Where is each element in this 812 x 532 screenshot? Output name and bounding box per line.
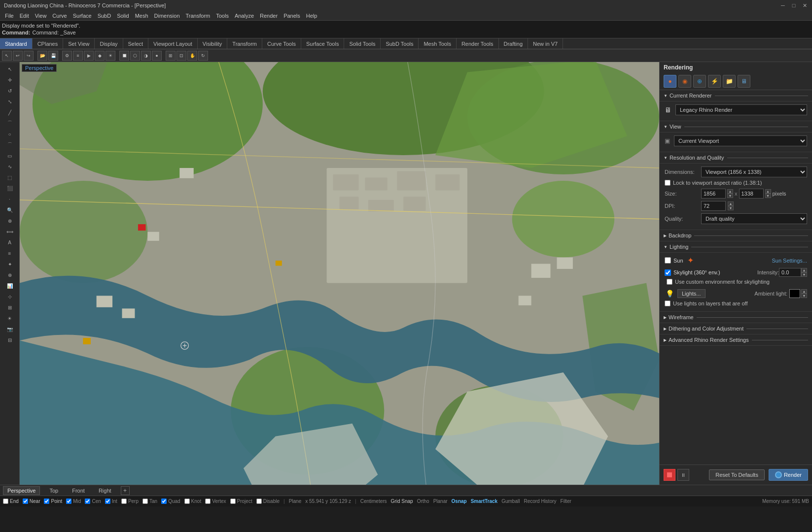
- viewport-shading[interactable]: 🔲: [119, 51, 129, 61]
- intensity-spinner[interactable]: ▲ ▼: [801, 268, 807, 277]
- resolution-header[interactable]: ▼ Resolution and Quality: [660, 152, 812, 164]
- width-up[interactable]: ▲: [727, 189, 733, 194]
- rotate-icon[interactable]: ↻: [198, 51, 208, 61]
- menu-help[interactable]: Help: [303, 11, 320, 20]
- tab-setview[interactable]: Set View: [63, 38, 95, 49]
- minimize-button[interactable]: ─: [779, 2, 786, 9]
- freeform-tool[interactable]: ∿: [2, 162, 17, 171]
- intensity-up[interactable]: ▲: [801, 268, 807, 272]
- dpi-spinner[interactable]: ▲ ▼: [728, 201, 734, 210]
- record-history-button[interactable]: Record History: [524, 499, 556, 504]
- project-snap-checkbox[interactable]: [230, 499, 236, 504]
- close-button[interactable]: ✕: [801, 2, 808, 9]
- height-input[interactable]: [739, 189, 764, 199]
- explode-tool[interactable]: ✦: [2, 259, 17, 269]
- menu-mesh[interactable]: Mesh: [132, 11, 151, 20]
- add-viewport-button[interactable]: +: [121, 486, 130, 495]
- sun-checkbox[interactable]: [665, 257, 671, 264]
- tab-drafting[interactable]: Drafting: [499, 38, 529, 49]
- materials-icon[interactable]: ◉: [678, 75, 691, 88]
- int-snap-checkbox[interactable]: [105, 499, 110, 504]
- open-icon[interactable]: 📂: [37, 51, 47, 61]
- dimension-tool[interactable]: ⟺: [2, 227, 17, 236]
- tab-rendertools[interactable]: Render Tools: [457, 38, 499, 49]
- rotate2d-tool[interactable]: ↺: [2, 86, 17, 96]
- arc-tool[interactable]: ⌒: [2, 140, 17, 150]
- tab-curvetools[interactable]: Curve Tools: [262, 38, 301, 49]
- knot-snap-checkbox[interactable]: [184, 499, 190, 504]
- zoom-tool[interactable]: 🔍: [2, 205, 17, 215]
- dimensions-select[interactable]: Viewport (1856 x 1338): [701, 166, 807, 177]
- ambient-color-swatch[interactable]: [789, 289, 800, 298]
- tab-select[interactable]: Select: [123, 38, 149, 49]
- light-tool[interactable]: ☀: [2, 313, 17, 323]
- menu-file[interactable]: File: [2, 11, 17, 20]
- tab-newinv7[interactable]: New in V7: [528, 38, 563, 49]
- perspective-tab[interactable]: Perspective: [3, 486, 40, 495]
- tab-transform[interactable]: Transform: [227, 38, 262, 49]
- tab-meshtools[interactable]: Mesh Tools: [419, 38, 456, 49]
- reset-defaults-button[interactable]: Reset To Defaults: [709, 469, 765, 480]
- render-button[interactable]: Render: [769, 469, 808, 481]
- wireframe-icon[interactable]: ⬡: [130, 51, 140, 61]
- maximize-button[interactable]: □: [790, 2, 797, 9]
- transform-tool[interactable]: ⊹: [2, 292, 17, 301]
- width-spinner[interactable]: ▲ ▼: [727, 189, 733, 198]
- view-select[interactable]: Current Viewport: [674, 135, 807, 146]
- orbit-tool[interactable]: ⊕: [2, 216, 17, 226]
- lights-button[interactable]: Lights...: [677, 289, 706, 298]
- quality-select[interactable]: Draft quality: [701, 213, 807, 224]
- material-icon[interactable]: ◆: [95, 51, 105, 61]
- use-lights-off-checkbox[interactable]: [665, 300, 671, 306]
- pause-render-icon[interactable]: ⏸: [677, 469, 689, 481]
- grid-tool[interactable]: ⊞: [2, 302, 17, 312]
- dithering-header[interactable]: ▶ Dithering and Color Adjustment: [660, 323, 812, 334]
- display-icon[interactable]: 🖥: [738, 75, 750, 88]
- width-down[interactable]: ▼: [727, 194, 733, 198]
- tab-solidtools[interactable]: Solid Tools: [344, 38, 381, 49]
- intensity-input[interactable]: [779, 268, 801, 277]
- osnap-button[interactable]: Osnap: [452, 499, 467, 504]
- menu-edit[interactable]: Edit: [17, 11, 32, 20]
- menu-surface[interactable]: Surface: [70, 11, 95, 20]
- tan-snap-checkbox[interactable]: [142, 499, 148, 504]
- viewport-label[interactable]: Perspective: [22, 64, 57, 72]
- snap-tool[interactable]: ⊟: [2, 335, 17, 345]
- ambient-spinner[interactable]: ▲ ▼: [801, 289, 807, 298]
- menu-curve[interactable]: Curve: [49, 11, 70, 20]
- wireframe-header[interactable]: ▶ Wireframe: [660, 312, 812, 323]
- disable-snap-checkbox[interactable]: [256, 499, 262, 504]
- advanced-header[interactable]: ▶ Advanced Rhino Render Settings: [660, 334, 812, 346]
- ambient-down[interactable]: ▼: [801, 294, 807, 298]
- polyline-tool[interactable]: ⌒: [2, 118, 17, 128]
- planar-button[interactable]: Planar: [433, 499, 448, 504]
- current-renderer-header[interactable]: ▼ Current Renderer: [660, 90, 812, 101]
- near-snap-checkbox[interactable]: [23, 499, 28, 504]
- tab-display[interactable]: Display: [95, 38, 123, 49]
- dpi-up[interactable]: ▲: [728, 201, 734, 206]
- dpi-down[interactable]: ▼: [728, 206, 734, 210]
- right-tab[interactable]: Right: [94, 486, 116, 495]
- intensity-down[interactable]: ▼: [801, 272, 807, 277]
- gumball-button[interactable]: Gumball: [501, 499, 520, 504]
- render-icon[interactable]: ▶: [84, 51, 94, 61]
- textures-icon[interactable]: 📁: [723, 75, 736, 88]
- height-spinner[interactable]: ▲ ▼: [765, 189, 771, 198]
- environment-icon[interactable]: ⊕: [693, 75, 706, 88]
- renderer-select[interactable]: Legacy Rhino Render: [675, 104, 807, 115]
- text-tool[interactable]: A: [2, 237, 17, 247]
- tab-subdtools[interactable]: SubD Tools: [381, 38, 419, 49]
- hatch-tool[interactable]: ≡: [2, 248, 17, 258]
- mid-snap-checkbox[interactable]: [66, 499, 71, 504]
- shade-icon[interactable]: ◑: [141, 51, 151, 61]
- vertex-snap-checkbox[interactable]: [205, 499, 211, 504]
- grid-snap-button[interactable]: Grid Snap: [391, 499, 413, 504]
- menu-dimension[interactable]: Dimension: [151, 11, 183, 20]
- tab-surfacetools[interactable]: Surface Tools: [301, 38, 344, 49]
- properties-icon[interactable]: ⚙: [62, 51, 72, 61]
- viewport-container[interactable]: Perspective: [20, 62, 659, 485]
- width-input[interactable]: [701, 189, 726, 199]
- end-snap-checkbox[interactable]: [3, 499, 8, 504]
- point-snap-checkbox[interactable]: [44, 499, 49, 504]
- viewport[interactable]: Perspective: [20, 62, 659, 485]
